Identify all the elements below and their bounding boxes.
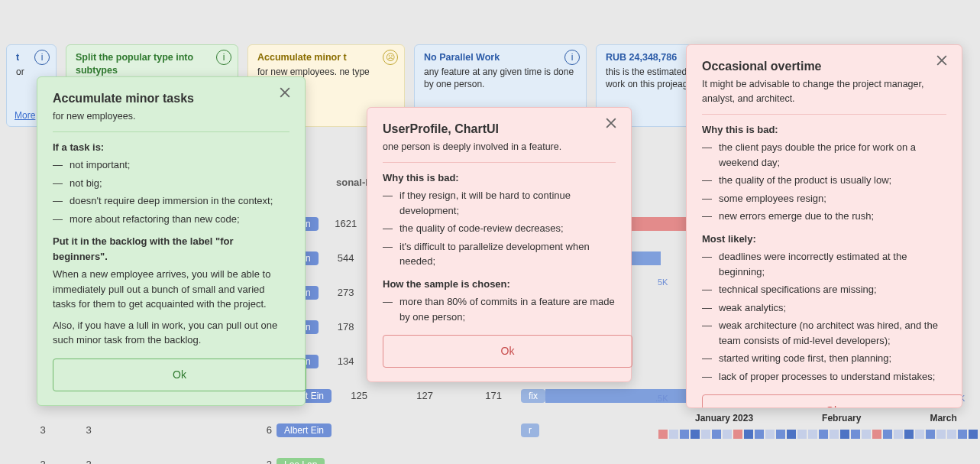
heatmap-day[interactable]	[744, 430, 753, 439]
list-item: the quality of code-review decreases;	[383, 221, 616, 236]
author-pill[interactable]: Albert Ein	[277, 423, 332, 437]
heatmap-day[interactable]	[701, 430, 710, 439]
section-heading: How the sample is chosen:	[383, 277, 616, 292]
heatmap-day[interactable]	[936, 430, 946, 439]
cell: 171	[471, 390, 516, 401]
list-item: not big;	[53, 176, 289, 191]
ok-button[interactable]: Ok	[383, 335, 632, 368]
heatmap-day[interactable]	[894, 430, 903, 439]
modal-title: UserProfile, ChartUI	[383, 120, 616, 138]
heatmap-day[interactable]	[862, 430, 871, 439]
heatmap-day[interactable]	[765, 430, 775, 439]
heatmap-day[interactable]	[712, 430, 721, 439]
ok-button[interactable]: Ok	[53, 359, 306, 391]
close-icon[interactable]	[277, 85, 296, 103]
userprofile-modal: UserProfile, ChartUI one person is deepl…	[367, 107, 632, 382]
tag-pill[interactable]: fix	[521, 389, 545, 403]
why-bad-list: the client pays double the price for wor…	[702, 140, 946, 224]
heatmap-day[interactable]	[658, 430, 668, 439]
heatmap-day[interactable]	[797, 430, 807, 439]
info-icon: ☹	[383, 50, 398, 65]
cell: 127	[402, 390, 448, 401]
heatmap-day[interactable]	[851, 430, 860, 439]
list-item: doesn't require deep immersion in the co…	[53, 193, 289, 209]
section-heading: Why this is bad:	[383, 170, 616, 186]
paragraph: Also, if you have a lull in work, you ca…	[53, 318, 289, 348]
heatmap-day[interactable]	[776, 430, 785, 439]
modal-title: Occasional overtime	[702, 57, 946, 76]
axis-label-5k: .5K	[655, 394, 668, 403]
list-item: more than 80% of commits in a feature ar…	[383, 294, 616, 324]
modal-subtitle: for new employees.	[53, 109, 289, 124]
cell: 3	[66, 424, 112, 436]
more-link[interactable]: More	[15, 109, 35, 122]
heatmap-day[interactable]	[733, 430, 742, 439]
heatmap-day[interactable]	[669, 430, 678, 439]
list-item: deadlines were incorrectly estimated at …	[702, 249, 946, 279]
month-labels: January 2023 February March	[695, 413, 957, 423]
list-item: lack of proper processes to understand m…	[702, 369, 946, 385]
most-likely-list: deadlines were incorrectly estimated at …	[702, 249, 946, 384]
overtime-modal: Occasional overtime It might be advisabl…	[686, 44, 962, 408]
heatmap-day[interactable]	[808, 430, 817, 439]
cell: 2	[20, 459, 66, 464]
close-icon[interactable]	[603, 115, 622, 134]
card-subtitle: any feature at any given time is done by…	[424, 66, 577, 90]
section-heading: If a task is:	[53, 140, 289, 155]
heatmap-day[interactable]	[872, 430, 881, 439]
section-heading: Put it in the backlog with the label "fo…	[53, 234, 289, 264]
list-item: weak architecture (no architect was hire…	[702, 318, 946, 348]
modal-subtitle: It might be advisable to change the proj…	[702, 77, 946, 106]
cell: 544	[323, 252, 369, 264]
cell: 273	[323, 287, 369, 298]
card-title: No Parallel Work	[424, 51, 577, 64]
list-item: started writing code first, then plannin…	[702, 351, 946, 366]
close-icon[interactable]	[934, 53, 953, 71]
tag-pill[interactable]: r	[521, 423, 539, 437]
heatmap-day[interactable]	[680, 430, 689, 439]
heatmap-day[interactable]	[926, 430, 935, 439]
cell: 2	[66, 459, 112, 464]
cell: 3	[20, 424, 66, 436]
info-icon: i	[216, 50, 231, 65]
heatmap-day[interactable]	[904, 430, 914, 439]
heatmap-day[interactable]	[958, 430, 967, 439]
author-pill[interactable]: Leo Lan	[277, 458, 325, 465]
ok-button[interactable]: Ok	[702, 394, 962, 408]
heatmap-day[interactable]	[947, 430, 956, 439]
list-item: the quality of the product is usually lo…	[702, 173, 946, 188]
section-heading: Why this is bad:	[702, 122, 946, 138]
card-title: Split the popular type into subtypes	[76, 51, 228, 77]
list-item: technical specifications are missing;	[702, 282, 946, 297]
heatmap-day[interactable]	[830, 430, 839, 439]
heatmap-day[interactable]	[755, 430, 764, 439]
info-icon: i	[34, 50, 50, 65]
cell: 6	[241, 424, 272, 436]
modal-subtitle: one person is deeply involved in a featu…	[383, 140, 616, 154]
modal-title: Accumulate minor tasks	[53, 89, 289, 108]
list-item: if they resign, it will be hard to conti…	[383, 188, 616, 218]
list-item: some employees resign;	[702, 191, 946, 206]
sample-list: more than 80% of commits in a feature ar…	[383, 294, 616, 324]
cell: 125	[336, 390, 382, 401]
card-title: Accumulate minor t	[257, 51, 395, 64]
heatmap-day[interactable]	[915, 430, 924, 439]
heatmap-day[interactable]	[819, 430, 828, 439]
why-bad-list: if they resign, it will be hard to conti…	[383, 188, 616, 269]
list-item: not important;	[53, 157, 289, 173]
month-label: January 2023	[695, 413, 753, 423]
heatmap-day[interactable]	[787, 430, 796, 439]
list-item: new errors emerge due to the rush;	[702, 209, 946, 224]
heatmap-day[interactable]	[691, 430, 700, 439]
list-item: the client pays double the price for wor…	[702, 140, 946, 170]
heatmap-day[interactable]	[840, 430, 849, 439]
list-item: weak analytics;	[702, 300, 946, 316]
heatmap-day[interactable]	[883, 430, 892, 439]
heatmap-day[interactable]	[969, 430, 978, 439]
heatmap-day[interactable]	[723, 430, 732, 439]
heatmap-calendar	[658, 430, 978, 439]
cell: 2	[241, 459, 272, 464]
info-icon: i	[564, 50, 580, 65]
cell: 1621	[323, 218, 369, 229]
table-row: 222Leo Lan	[0, 447, 980, 464]
